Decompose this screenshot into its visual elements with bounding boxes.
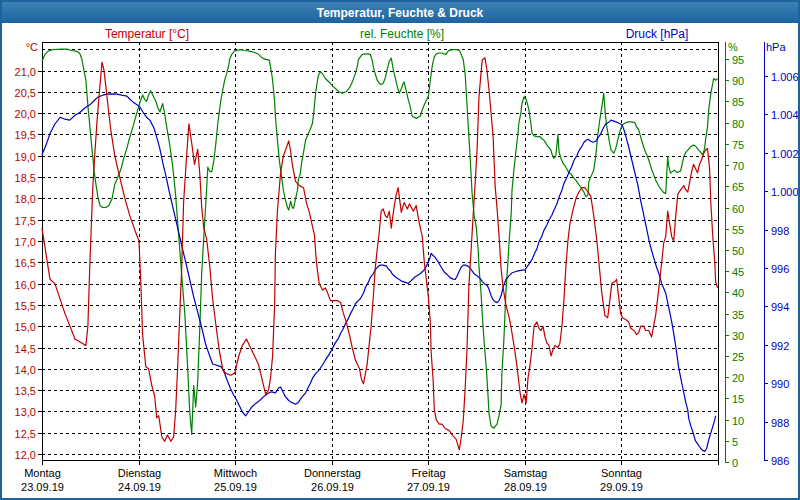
temp-tick-label: 13,5 — [15, 385, 36, 397]
pressure-curve — [42, 94, 716, 452]
app-window: Temperatur, Feuchte & Druck Temperatur [… — [0, 0, 800, 500]
pressure-tick-label: 988 — [771, 417, 789, 429]
temp-tick-label: 17,0 — [15, 236, 36, 248]
plot-border — [43, 43, 719, 461]
weather-chart: 21,020,520,019,519,018,518,017,517,016,5… — [2, 2, 798, 498]
humidity-tick-label: 80 — [732, 118, 744, 130]
temp-tick-label: 17,5 — [15, 215, 36, 227]
temp-tick-label: 13,0 — [15, 406, 36, 418]
humidity-tick-label: 25 — [732, 351, 744, 363]
pressure-tick-label: 986 — [771, 455, 789, 467]
humidity-tick-label: 55 — [732, 224, 744, 236]
day-name-label: Samstag — [504, 467, 547, 479]
pressure-tick-label: 1.002 — [771, 148, 798, 160]
day-name-label: Mittwoch — [214, 467, 257, 479]
humidity-tick-label: 10 — [732, 415, 744, 427]
temp-tick-label: 15,0 — [15, 321, 36, 333]
temp-tick-label: 15,5 — [15, 300, 36, 312]
pressure-tick-label: 1.000 — [771, 186, 798, 198]
pressure-tick-label: 1.004 — [771, 109, 798, 121]
day-name-label: Montag — [24, 467, 61, 479]
humidity-tick-label: 35 — [732, 309, 744, 321]
humidity-tick-label: 60 — [732, 203, 744, 215]
humidity-tick-label: 20 — [732, 372, 744, 384]
day-name-label: Sonntag — [601, 467, 642, 479]
temp-tick-label: 14,5 — [15, 343, 36, 355]
day-name-label: Freitag — [411, 467, 445, 479]
temp-tick-label: 18,0 — [15, 193, 36, 205]
humidity-tick-label: 0 — [732, 457, 738, 469]
day-date-label: 29.09.19 — [600, 481, 643, 493]
temp-tick-label: 18,5 — [15, 172, 36, 184]
day-date-label: 25.09.19 — [214, 481, 257, 493]
humidity-tick-label: 30 — [732, 330, 744, 342]
humidity-tick-label: 90 — [732, 75, 744, 87]
day-date-label: 26.09.19 — [311, 481, 354, 493]
humidity-tick-label: 85 — [732, 96, 744, 108]
pressure-tick-label: 1.006 — [771, 71, 798, 83]
humidity-tick-label: 40 — [732, 287, 744, 299]
day-date-label: 24.09.19 — [118, 481, 161, 493]
humidity-tick-label: 15 — [732, 393, 744, 405]
pressure-tick-label: 994 — [771, 301, 789, 313]
humidity-tick-label: 75 — [732, 139, 744, 151]
day-name-label: Dienstag — [118, 467, 161, 479]
day-date-label: 23.09.19 — [21, 481, 64, 493]
temp-tick-label: 12,5 — [15, 428, 36, 440]
humidity-tick-label: 45 — [732, 266, 744, 278]
pressure-tick-label: 998 — [771, 225, 789, 237]
pressure-tick-label: 996 — [771, 263, 789, 275]
day-date-label: 28.09.19 — [504, 481, 547, 493]
humidity-tick-label: 5 — [732, 436, 738, 448]
temp-tick-label: 21,0 — [15, 66, 36, 78]
humidity-tick-label: 95 — [732, 54, 744, 66]
pressure-tick-label: 992 — [771, 340, 789, 352]
temp-tick-label: 16,5 — [15, 257, 36, 269]
temp-tick-label: 12,0 — [15, 449, 36, 461]
day-date-label: 27.09.19 — [407, 481, 450, 493]
temp-tick-label: 20,5 — [15, 87, 36, 99]
temp-tick-label: 20,0 — [15, 108, 36, 120]
humidity-tick-label: 65 — [732, 181, 744, 193]
humidity-tick-label: 70 — [732, 160, 744, 172]
humidity-tick-label: 50 — [732, 245, 744, 257]
temp-tick-label: 19,5 — [15, 129, 36, 141]
temp-tick-label: 16,0 — [15, 279, 36, 291]
temp-tick-label: 19,0 — [15, 151, 36, 163]
temp-tick-label: 14,0 — [15, 364, 36, 376]
pressure-tick-label: 990 — [771, 378, 789, 390]
day-name-label: Donnerstag — [304, 467, 361, 479]
